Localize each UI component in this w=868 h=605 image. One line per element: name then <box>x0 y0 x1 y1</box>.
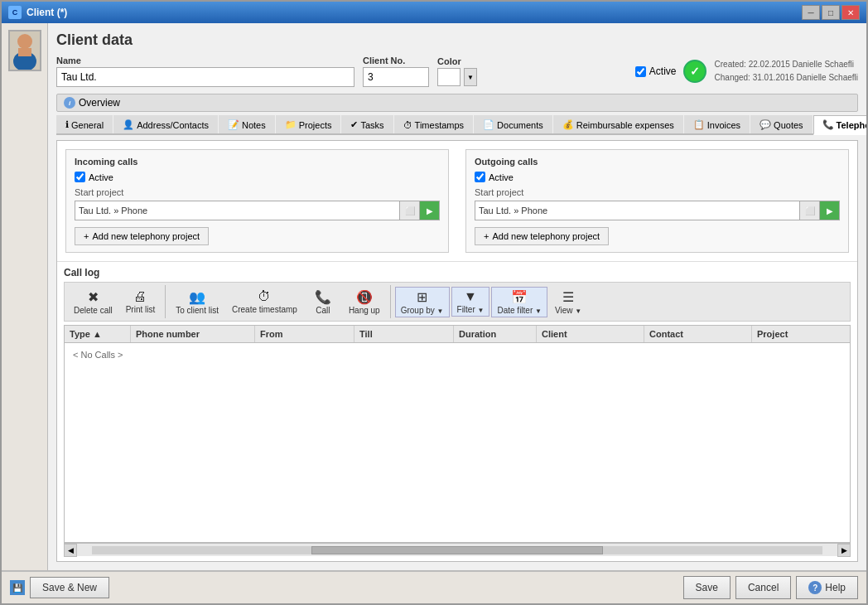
tab-invoices[interactable]: 📋 Invoices <box>684 115 750 133</box>
tab-reimbursable[interactable]: 💰 Reimbursable expenses <box>553 115 683 133</box>
create-timestamp-icon: ⏱ <box>258 289 271 304</box>
col-project[interactable]: Project <box>752 326 850 342</box>
scroll-thumb[interactable] <box>311 546 604 554</box>
incoming-project-field: Tau Ltd. » Phone ⬜ ▶ <box>75 201 440 220</box>
timestamps-tab-icon: ⏱ <box>403 120 412 130</box>
color-label: Color <box>437 56 477 66</box>
call-log-toolbar: ✖ Delete call 🖨 Print list 👥 To client l… <box>64 282 851 322</box>
color-box[interactable] <box>437 68 461 86</box>
col-type[interactable]: Type ▲ <box>65 326 131 342</box>
outgoing-active-checkbox[interactable] <box>475 172 485 182</box>
outgoing-project-run-btn[interactable]: ▶ <box>819 201 839 220</box>
tab-address-contacts[interactable]: 👤 Address/Contacts <box>113 115 218 133</box>
col-from[interactable]: From <box>255 326 354 342</box>
notes-tab-icon: 📝 <box>228 119 239 130</box>
color-dropdown-arrow[interactable]: ▼ <box>464 68 477 86</box>
print-list-icon: 🖨 <box>133 289 147 304</box>
scroll-left-arrow[interactable]: ◀ <box>64 544 77 557</box>
call-button[interactable]: 📞 Call <box>305 287 341 317</box>
active-label: Active <box>649 65 677 77</box>
tab-general[interactable]: ℹ General <box>56 115 113 133</box>
clientno-input[interactable] <box>363 67 429 87</box>
incoming-active-checkbox[interactable] <box>75 172 85 182</box>
date-filter-label: Date filter ▼ <box>497 306 542 315</box>
print-list-button[interactable]: 🖨 Print list <box>120 287 162 317</box>
delete-call-icon: ✖ <box>88 289 99 305</box>
incoming-project-text: Tau Ltd. » Phone <box>75 206 399 215</box>
add-icon2: + <box>484 231 489 241</box>
add-icon: + <box>84 231 89 241</box>
help-label: Help <box>825 582 846 593</box>
date-filter-icon: 📅 <box>511 289 528 305</box>
tab-documents-label: Documents <box>497 120 543 130</box>
view-button[interactable]: ☰ View ▼ <box>549 287 587 317</box>
col-contact[interactable]: Contact <box>644 326 752 342</box>
scroll-right-arrow[interactable]: ▶ <box>837 544 851 557</box>
col-client[interactable]: Client <box>537 326 644 342</box>
col-phone[interactable]: Phone number <box>131 326 255 342</box>
save-new-label: Save & New <box>42 582 97 593</box>
cancel-button[interactable]: Cancel <box>735 576 791 599</box>
help-button[interactable]: ? Help <box>796 576 858 599</box>
telephony-content: Incoming calls Active Start project Tau … <box>56 140 858 562</box>
tab-notes[interactable]: 📝 Notes <box>219 115 275 133</box>
telephony-tab-icon: 📞 <box>822 119 834 130</box>
documents-tab-icon: 📄 <box>483 119 494 130</box>
save-new-button[interactable]: Save & New <box>30 577 109 598</box>
tasks-tab-icon: ✔ <box>350 119 358 130</box>
call-icon: 📞 <box>315 289 331 305</box>
col-till[interactable]: Till <box>354 326 454 342</box>
app-icon: C <box>8 6 22 19</box>
call-log-title: Call log <box>64 267 851 278</box>
outgoing-add-telephony-btn[interactable]: + Add new telephony project <box>475 227 609 245</box>
filter-button[interactable]: ▼ Filter ▼ <box>451 287 490 317</box>
bottom-right: Save Cancel ? Help <box>683 576 858 599</box>
to-client-list-button[interactable]: 👥 To client list <box>170 287 224 317</box>
close-button[interactable]: ✕ <box>841 5 860 20</box>
incoming-add-telephony-btn[interactable]: + Add new telephony project <box>75 227 209 245</box>
minimize-button[interactable]: ─ <box>802 5 820 20</box>
create-timestamp-button[interactable]: ⏱ Create timestamp <box>226 287 303 317</box>
filter-label: Filter ▼ <box>457 305 485 314</box>
horizontal-scrollbar[interactable]: ◀ ▶ <box>64 543 851 556</box>
view-label: View ▼ <box>555 306 581 315</box>
tab-projects-label: Projects <box>299 120 332 130</box>
date-filter-button[interactable]: 📅 Date filter ▼ <box>491 287 547 317</box>
group-by-button[interactable]: ⊞ Group by ▼ <box>395 287 450 317</box>
name-input[interactable] <box>56 67 354 87</box>
sidebar <box>2 23 48 570</box>
content-area: Client data Name Client No. Color ▼ <box>2 23 866 570</box>
call-log-table: Type ▲ Phone number From Till Duration C… <box>64 325 851 543</box>
invoices-tab-icon: 📋 <box>693 119 705 130</box>
tab-notes-label: Notes <box>242 120 266 130</box>
address-contacts-tab-icon: 👤 <box>123 119 134 130</box>
save-button[interactable]: Save <box>683 576 731 599</box>
tab-projects[interactable]: 📁 Projects <box>276 115 341 133</box>
tab-quotes[interactable]: 💬 Quotes <box>750 115 812 133</box>
outgoing-project-open-btn[interactable]: ⬜ <box>799 201 819 220</box>
incoming-add-btn-label: Add new telephony project <box>92 231 200 241</box>
maximize-button[interactable]: □ <box>822 5 840 20</box>
tab-invoices-label: Invoices <box>707 120 740 130</box>
outgoing-project-text: Tau Ltd. » Phone <box>475 206 799 215</box>
save-new-icon: 💾 <box>10 580 25 595</box>
print-list-label: Print list <box>126 305 156 314</box>
tab-telephony[interactable]: 📞 Telephony <box>813 115 866 135</box>
title-bar-controls: ─ □ ✕ <box>802 5 860 20</box>
incoming-project-open-btn[interactable]: ⬜ <box>399 201 419 220</box>
tab-tasks[interactable]: ✔ Tasks <box>341 115 393 133</box>
outgoing-start-project-label: Start project <box>475 187 840 197</box>
hang-up-icon: 📵 <box>356 289 373 305</box>
delete-call-button[interactable]: ✖ Delete call <box>68 287 118 317</box>
tab-timestamps[interactable]: ⏱ Timestamps <box>394 115 474 133</box>
bottom-left: 💾 Save & New <box>10 577 109 598</box>
incoming-project-run-btn[interactable]: ▶ <box>419 201 439 220</box>
tab-documents[interactable]: 📄 Documents <box>474 115 552 133</box>
col-duration[interactable]: Duration <box>454 326 537 342</box>
scroll-track[interactable] <box>92 546 822 554</box>
outgoing-project-field: Tau Ltd. » Phone ⬜ ▶ <box>475 201 840 220</box>
active-checkbox-group: Active <box>635 65 677 77</box>
color-field-group: Color ▼ <box>437 56 477 86</box>
active-checkbox[interactable] <box>635 66 646 77</box>
hang-up-button[interactable]: 📵 Hang up <box>343 287 386 317</box>
